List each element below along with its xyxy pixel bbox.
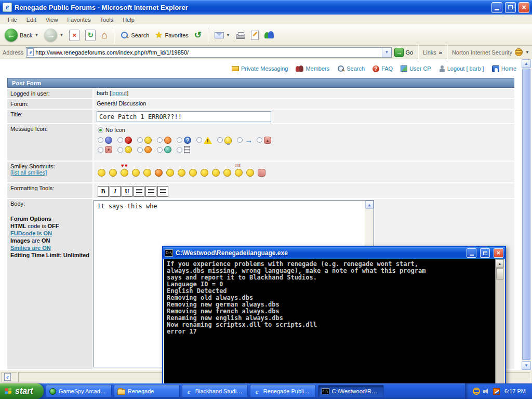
messenger-button[interactable] [263, 30, 275, 41]
format-button-align-right[interactable] [157, 186, 168, 197]
cmd-maximize-button[interactable] [480, 248, 490, 258]
start-button[interactable]: start [0, 383, 44, 399]
nav-link-logout[interactable]: Logout [ barb ] [439, 65, 484, 72]
post-icon-option-lightbulb[interactable] [217, 137, 232, 144]
format-button-italic[interactable]: I [110, 186, 121, 197]
menu-favorites[interactable]: Favorites [62, 16, 95, 24]
nav-link-private-messaging[interactable]: Private Messaging [232, 65, 288, 72]
cmd-titlebar[interactable]: C:\ C:\Westwood\Renegade\language.exe × [163, 247, 505, 259]
back-dropdown-icon[interactable]: ▼ [34, 33, 38, 37]
radio-button[interactable] [117, 137, 123, 143]
post-icon-option-sad-blue[interactable] [98, 137, 112, 144]
menu-file[interactable]: File [3, 16, 22, 24]
nav-link-user-cp[interactable]: User CP [401, 65, 431, 72]
post-icon-option-note[interactable] [177, 146, 190, 153]
post-icon-option-mad-red[interactable] [117, 137, 132, 144]
smiley-blush[interactable] [155, 169, 163, 177]
post-icon-option-neutral-yellow[interactable] [137, 137, 152, 144]
close-button[interactable]: × [518, 2, 529, 13]
task-button-renegade-forums[interactable]: Renegade Public For... [250, 385, 316, 397]
post-icon-option-arrow-right[interactable] [237, 137, 251, 144]
go-button[interactable]: → Go [394, 48, 413, 57]
post-icon-option-thumbs-up[interactable] [257, 137, 271, 144]
radio-button[interactable] [137, 147, 143, 153]
task-button-gamespy-arcade[interactable]: GameSpy Arcade 2.... [46, 385, 112, 397]
title-input[interactable] [97, 111, 271, 122]
smilies-link[interactable]: Smilies are ON [10, 245, 51, 251]
nav-link-home[interactable]: Home [492, 65, 516, 72]
format-button-underline[interactable]: U [122, 186, 132, 197]
post-icon-option-grin-teal[interactable] [157, 146, 171, 153]
norton-tray-icon[interactable] [493, 388, 500, 395]
smiley-smile[interactable] [201, 169, 208, 177]
volume-icon[interactable] [483, 388, 490, 394]
refresh-button[interactable]: ↻ [84, 29, 97, 42]
scroll-up-icon[interactable]: ▲ [522, 59, 531, 68]
forward-dropdown-icon[interactable]: ▼ [59, 33, 63, 37]
format-button-align-left[interactable] [134, 186, 144, 197]
forward-button[interactable]: → ▼ [43, 28, 65, 43]
radio-button[interactable] [177, 147, 182, 153]
smiley-rolleyes[interactable] [246, 169, 254, 177]
menu-edit[interactable]: Edit [22, 16, 41, 24]
smiley-laugh[interactable] [223, 169, 231, 177]
links-label[interactable]: Links [423, 49, 436, 56]
address-dropdown-icon[interactable]: ▼ [382, 48, 391, 57]
post-icon-option-question-blue[interactable] [177, 137, 191, 144]
history-button[interactable]: ↺ [193, 29, 203, 42]
menu-tools[interactable]: Tools [96, 16, 118, 24]
radio-button[interactable] [177, 137, 182, 143]
scroll-up-icon[interactable]: ▲ [365, 201, 374, 209]
logout-link[interactable]: logout [111, 90, 127, 96]
address-input[interactable]: e http://www.renegadeforums.com/index.ph… [26, 47, 392, 58]
mail-button[interactable]: ▼ [213, 31, 232, 39]
nav-link-members[interactable]: Members [296, 65, 329, 72]
post-icon-option-warning[interactable] [196, 136, 212, 144]
scroll-down-icon[interactable]: ▼ [522, 361, 531, 370]
radio-button[interactable] [237, 137, 243, 143]
radio-button[interactable] [117, 147, 123, 153]
restore-button[interactable] [505, 2, 516, 13]
smiley-neutral[interactable] [132, 169, 140, 177]
no-icon-radio[interactable] [98, 127, 103, 133]
smiley-devil[interactable] [166, 169, 174, 177]
scrollbar-thumb[interactable] [496, 268, 503, 280]
smiley-straight[interactable] [109, 169, 117, 177]
post-icon-option-shocked-orange[interactable] [137, 146, 152, 153]
radio-button[interactable] [98, 147, 103, 153]
links-chevron-icon[interactable]: » [439, 49, 442, 56]
nav-link-faq[interactable]: FAQ [373, 65, 393, 72]
post-icon-option-smile-yellow[interactable] [117, 146, 132, 153]
radio-button[interactable] [257, 137, 262, 143]
menu-view[interactable]: View [41, 16, 63, 24]
radio-button[interactable] [157, 137, 163, 143]
clock[interactable]: 6:17 PM [504, 388, 526, 394]
smiley-love[interactable]: ♥♥ [121, 169, 128, 177]
search-button[interactable]: Search [119, 30, 151, 41]
radio-button[interactable] [217, 137, 223, 143]
task-button-renegade-folder[interactable]: Renegade [114, 385, 180, 397]
list-all-smilies-link[interactable]: [list all smilies] [10, 169, 47, 176]
task-button-cmd-window[interactable]: C:\Westwood\Rene... [318, 385, 384, 397]
radio-button[interactable] [98, 137, 103, 143]
cmd-close-button[interactable]: × [494, 248, 503, 258]
smiley-scream[interactable] [189, 169, 197, 177]
scrollbar-thumb[interactable] [522, 69, 530, 360]
norton-globe-icon[interactable] [515, 48, 523, 56]
format-button-align-center[interactable] [145, 186, 156, 197]
smiley-wink2[interactable] [212, 169, 220, 177]
page-scrollbar[interactable]: ▲ ▼ [522, 59, 531, 370]
radio-button[interactable] [137, 137, 143, 143]
scroll-up-icon[interactable]: ▲ [496, 259, 504, 268]
post-icon-option-thumbs-down[interactable] [98, 146, 112, 153]
mail-dropdown-icon[interactable]: ▼ [226, 33, 230, 37]
radio-button[interactable] [157, 147, 163, 153]
minimize-button[interactable] [491, 2, 502, 13]
home-button[interactable]: ⌂ [100, 28, 109, 42]
console-scrollbar[interactable]: ▲ ▼ [495, 259, 504, 399]
cmd-minimize-button[interactable] [467, 248, 476, 258]
command-prompt-window[interactable]: C:\ C:\Westwood\Renegade\language.exe × … [162, 246, 506, 399]
fudcode-link[interactable]: FUDcode is ON [10, 230, 52, 236]
task-button-blackhand-studios[interactable]: Blackhand Studios h... [182, 385, 248, 397]
norton-dropdown-icon[interactable]: ▼ [525, 50, 529, 55]
